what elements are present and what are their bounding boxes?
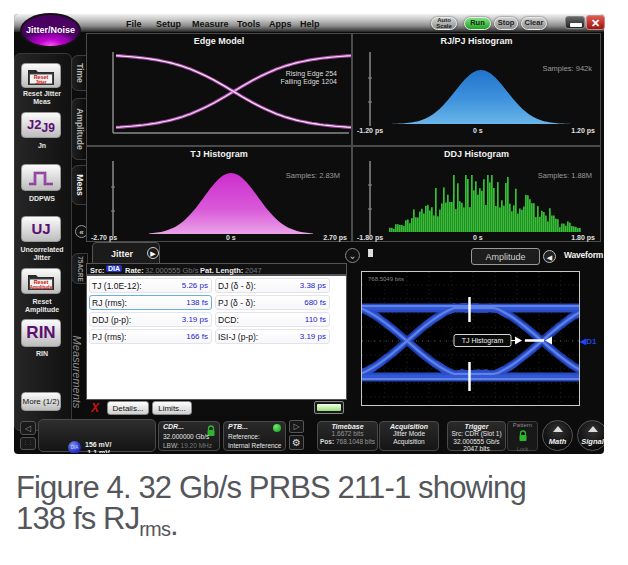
svg-text:Amplitude: Amplitude (30, 285, 53, 290)
svg-text:768.5049 bits: 768.5049 bits (368, 276, 404, 282)
svg-text:Jitter: Jitter (35, 80, 46, 85)
svg-text:TJ Histogram: TJ Histogram (462, 337, 504, 345)
